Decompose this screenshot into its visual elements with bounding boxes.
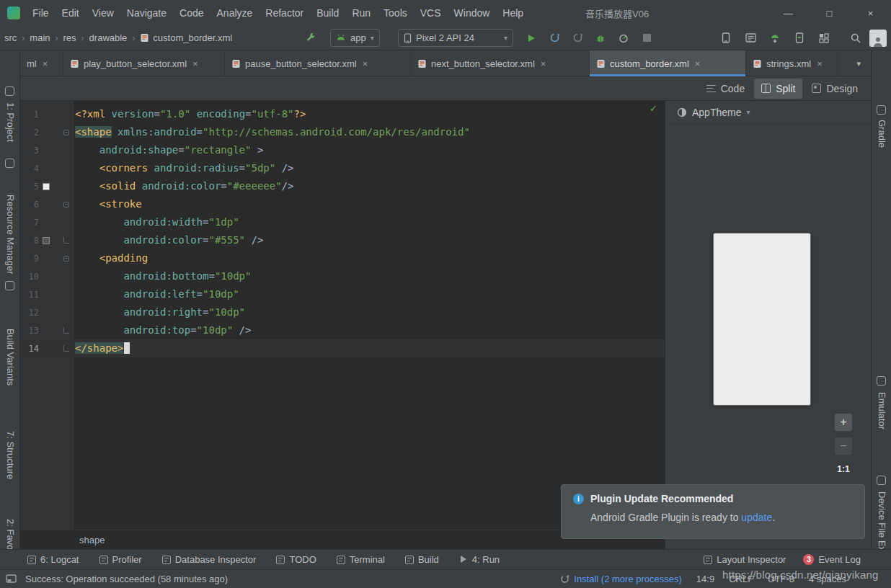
menu-run[interactable]: Run bbox=[345, 0, 377, 26]
toolwindow-button-4-run[interactable]: 4: Run bbox=[459, 554, 500, 565]
menu-analyze[interactable]: Analyze bbox=[210, 0, 260, 26]
tool-stripe-build-variants[interactable]: Build Variants bbox=[5, 329, 16, 386]
tab-play-button-selector-xml[interactable]: play_button_selector.xml× bbox=[63, 50, 225, 76]
menu-file[interactable]: File bbox=[26, 0, 56, 26]
minimize-button[interactable]: — bbox=[768, 0, 809, 26]
code-line[interactable]: 10 android:bottom="10dp" bbox=[20, 267, 665, 285]
code-line[interactable]: 6 <stroke bbox=[20, 195, 665, 213]
code-text[interactable]: <padding bbox=[74, 249, 665, 267]
toolwindow-button-event-log[interactable]: 3Event Log bbox=[803, 554, 861, 565]
install-processes-link[interactable]: Install (2 more processes) bbox=[560, 574, 682, 584]
tab-ml[interactable]: ml× bbox=[20, 50, 63, 76]
code-line[interactable]: 2<shape xmlns:android="http://schemas.an… bbox=[20, 123, 665, 141]
avd-manager-icon[interactable] bbox=[790, 26, 809, 50]
sdk-manager-icon[interactable] bbox=[766, 26, 784, 50]
close-button[interactable]: × bbox=[850, 0, 891, 26]
menu-vcs[interactable]: VCS bbox=[414, 0, 448, 26]
tool-stripe-7-structure[interactable]: 7: Structure bbox=[5, 431, 16, 479]
zoom-in-button[interactable]: + bbox=[835, 414, 852, 431]
search-icon[interactable] bbox=[846, 26, 865, 50]
user-avatar[interactable] bbox=[869, 30, 887, 47]
fold-marker-icon[interactable] bbox=[63, 237, 69, 244]
code-line[interactable]: 7 android:width="1dp" bbox=[20, 213, 665, 231]
color-swatch[interactable] bbox=[43, 183, 50, 190]
code-text[interactable]: </shape> bbox=[74, 339, 665, 357]
stop-icon[interactable] bbox=[637, 26, 656, 50]
update-link[interactable]: update bbox=[741, 512, 772, 523]
code-line[interactable]: 1<?xml version="1.0" encoding="utf-8"?> bbox=[20, 105, 665, 123]
tab-strings-xml[interactable]: strings.xml× bbox=[746, 50, 838, 76]
fold-marker-icon[interactable] bbox=[63, 256, 69, 262]
code-text[interactable]: <solid android:color="#eeeeee"/> bbox=[74, 177, 665, 195]
code-line[interactable]: 9 <padding bbox=[20, 249, 665, 267]
code-text[interactable]: android:top="10dp" /> bbox=[74, 321, 665, 339]
menu-refactor[interactable]: Refactor bbox=[259, 0, 310, 26]
debug-icon[interactable] bbox=[591, 26, 610, 50]
code-line[interactable]: 11 android:left="10dp" bbox=[20, 285, 665, 303]
menu-window[interactable]: Window bbox=[448, 0, 497, 26]
code-line[interactable]: 4 <corners android:radius="5dp" /> bbox=[20, 159, 665, 177]
menu-navigate[interactable]: Navigate bbox=[120, 0, 173, 26]
breadcrumb-item-main[interactable]: main bbox=[30, 32, 50, 43]
device-manager-icon[interactable] bbox=[717, 26, 735, 50]
code-text[interactable]: android:bottom="10dp" bbox=[74, 267, 665, 285]
mode-split-button[interactable]: Split bbox=[754, 79, 802, 99]
tab-close-icon[interactable]: × bbox=[363, 58, 368, 69]
code-line[interactable]: 5 <solid android:color="#eeeeee"/> bbox=[20, 177, 665, 195]
tool-stripe-1-project[interactable]: 1: Project bbox=[5, 102, 16, 142]
code-editor[interactable]: 1<?xml version="1.0" encoding="utf-8"?>2… bbox=[20, 101, 665, 530]
menu-edit[interactable]: Edit bbox=[56, 0, 86, 26]
apply-code-changes-icon[interactable] bbox=[568, 26, 587, 50]
tab-custom-border-xml[interactable]: custom_border.xml× bbox=[590, 50, 746, 76]
tab-close-icon[interactable]: × bbox=[695, 58, 701, 69]
breadcrumb-item-custom-border-xml[interactable]: custom_border.xml bbox=[140, 32, 232, 43]
tab-close-icon[interactable]: × bbox=[541, 58, 546, 69]
fold-marker-icon[interactable] bbox=[63, 327, 69, 334]
tool-stripe-resource-manager[interactable]: Resource Manager bbox=[5, 195, 16, 275]
mode-design-button[interactable]: Design bbox=[804, 79, 865, 99]
window-switcher-icon[interactable] bbox=[6, 574, 17, 584]
toolwindow-button-database-inspector[interactable]: Database Inspector bbox=[162, 554, 257, 565]
tool-stripe-gradle[interactable]: Gradle bbox=[877, 120, 887, 148]
apply-changes-icon[interactable] bbox=[545, 26, 564, 50]
tab-next-button-selector-xml[interactable]: next_button_selector.xml× bbox=[411, 50, 590, 76]
maximize-button[interactable]: □ bbox=[809, 0, 850, 26]
menu-view[interactable]: View bbox=[86, 0, 120, 26]
fold-marker-icon[interactable] bbox=[63, 130, 69, 135]
breadcrumb-shape[interactable]: shape bbox=[79, 535, 105, 545]
toolwindow-button-build[interactable]: Build bbox=[405, 554, 439, 565]
code-line[interactable]: 8 android:color="#555" /> bbox=[20, 231, 665, 249]
tab-close-icon[interactable]: × bbox=[43, 58, 48, 69]
code-text[interactable]: android:left="10dp" bbox=[74, 285, 665, 303]
code-text[interactable]: <?xml version="1.0" encoding="utf-8"?> bbox=[74, 105, 665, 123]
tab-close-icon[interactable]: × bbox=[817, 58, 823, 69]
theme-selector[interactable]: AppTheme bbox=[692, 107, 741, 118]
breadcrumb-item-drawable[interactable]: drawable bbox=[89, 32, 128, 43]
fold-marker-icon[interactable] bbox=[63, 202, 69, 208]
tab-close-icon[interactable]: × bbox=[192, 58, 198, 69]
code-text[interactable]: <shape xmlns:android="http://schemas.and… bbox=[74, 123, 665, 141]
code-text[interactable]: android:shape="rectangle" > bbox=[74, 141, 665, 159]
menu-help[interactable]: Help bbox=[496, 0, 530, 26]
code-text[interactable]: android:width="1dp" bbox=[74, 213, 665, 231]
code-line[interactable]: 13 android:top="10dp" /> bbox=[20, 321, 665, 339]
code-text[interactable]: <corners android:radius="5dp" /> bbox=[74, 159, 665, 177]
code-line[interactable]: 12 android:right="10dp" bbox=[20, 303, 665, 321]
color-swatch[interactable] bbox=[43, 237, 50, 244]
wrench-icon[interactable] bbox=[301, 26, 320, 50]
toolwindow-button-6-logcat[interactable]: 6: Logcat bbox=[27, 554, 79, 565]
toolwindow-button-profiler[interactable]: Profiler bbox=[99, 554, 142, 565]
code-text[interactable]: android:right="10dp" bbox=[74, 303, 665, 321]
tool-stripe-emulator[interactable]: Emulator bbox=[877, 392, 887, 429]
toolwindow-button-todo[interactable]: TODO bbox=[276, 554, 316, 565]
mode-code-button[interactable]: Code bbox=[699, 79, 752, 99]
tab-pause-button-selector-xml[interactable]: pause_button_selector.xml× bbox=[225, 50, 411, 76]
menu-tools[interactable]: Tools bbox=[377, 0, 414, 26]
code-text[interactable]: android:color="#555" /> bbox=[74, 231, 665, 249]
shape-preview[interactable] bbox=[713, 233, 811, 406]
profiler-icon[interactable] bbox=[614, 26, 633, 50]
fold-marker-icon[interactable] bbox=[63, 345, 69, 352]
toolwindow-button-layout-inspector[interactable]: Layout Inspector bbox=[704, 554, 786, 565]
zoom-ratio-label[interactable]: 1:1 bbox=[837, 464, 849, 474]
breadcrumb-item-res[interactable]: res bbox=[63, 32, 76, 43]
